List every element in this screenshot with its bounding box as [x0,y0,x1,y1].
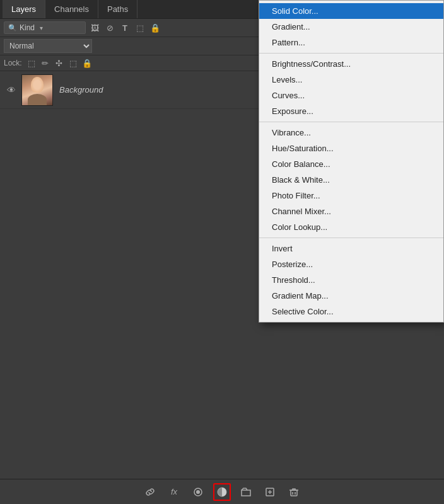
svg-rect-6 [291,490,297,496]
filter-shape-icon[interactable]: ⬚ [134,21,146,34]
lock-all-icon[interactable]: 🔒 [81,57,93,69]
lock-paint-icon[interactable]: ✏ [40,57,51,69]
adjustment-layer-icon[interactable] [213,483,231,501]
menu-item-photo-filter---[interactable]: Photo Filter... [259,188,443,203]
menu-item-exposure---[interactable]: Exposure... [259,103,443,119]
menu-divider [259,53,443,54]
menu-item-gradient---[interactable]: Gradient... [259,19,443,35]
bottom-toolbar: fx [0,479,444,504]
lock-pixels-icon[interactable]: ⬚ [26,57,37,69]
menu-item-invert[interactable]: Invert [259,241,443,256]
menu-item-solid-color---[interactable]: Solid Color... [259,3,443,19]
kind-dropdown-arrow: ▾ [40,25,43,32]
menu-item-hue-saturation---[interactable]: Hue/Saturation... [259,140,443,156]
lock-icons: ⬚ ✏ ✣ ⬚ 🔒 [26,57,93,69]
menu-item-levels---[interactable]: Levels... [259,72,443,88]
layer-visibility-toggle[interactable]: 👁 [5,84,18,96]
filter-image-icon[interactable]: 🖼 [88,21,101,34]
delete-layer-icon[interactable] [285,483,303,501]
menu-item-threshold---[interactable]: Threshold... [259,272,443,288]
menu-item-gradient-map---[interactable]: Gradient Map... [259,288,443,304]
menu-item-brightness-contrast---[interactable]: Brightness/Contrast... [259,56,443,72]
filter-type-icon[interactable]: T [119,21,131,34]
kind-label: Kind [20,23,35,32]
filter-adjustment-icon[interactable]: ⊘ [103,21,116,34]
menu-item-channel-mixer---[interactable]: Channel Mixer... [259,203,443,219]
kind-filter-box[interactable]: 🔍 Kind ▾ [4,21,86,34]
search-icon: 🔍 [8,24,17,32]
menu-divider [259,238,443,238]
svg-point-1 [196,490,200,494]
filter-smart-icon[interactable]: 🔒 [149,21,161,34]
menu-item-pattern---[interactable]: Pattern... [259,35,443,50]
mask-icon[interactable] [189,483,207,501]
layer-thumbnail [21,74,53,106]
new-layer-icon[interactable] [261,483,279,501]
lock-label: Lock: [4,59,22,67]
fx-icon[interactable]: fx [165,483,183,501]
layers-panel: Layers Channels Paths ≡ 🔍 Kind ▾ 🖼 ⊘ T ⬚… [0,0,444,504]
menu-item-posterize---[interactable]: Posterize... [259,256,443,272]
lock-move-icon[interactable]: ✣ [54,57,65,69]
blend-mode-select[interactable]: Normal [4,39,92,53]
tab-layers[interactable]: Layers [3,0,45,18]
menu-item-color-lookup---[interactable]: Color Lookup... [259,219,443,235]
lock-artboard-icon[interactable]: ⬚ [67,57,79,69]
group-icon[interactable] [237,483,255,501]
menu-item-color-balance---[interactable]: Color Balance... [259,156,443,172]
menu-item-selective-color---[interactable]: Selective Color... [259,304,443,319]
layer-name: Background [59,85,103,94]
menu-divider [259,122,443,122]
menu-item-vibrance---[interactable]: Vibrance... [259,125,443,140]
tab-channels[interactable]: Channels [45,0,98,18]
menu-item-curves---[interactable]: Curves... [259,88,443,103]
menu-item-black---white---[interactable]: Black & White... [259,172,443,188]
link-icon[interactable] [141,483,159,501]
tab-paths[interactable]: Paths [98,0,137,18]
adjustment-dropdown-menu: Solid Color...Gradient...Pattern...Brigh… [259,0,444,323]
